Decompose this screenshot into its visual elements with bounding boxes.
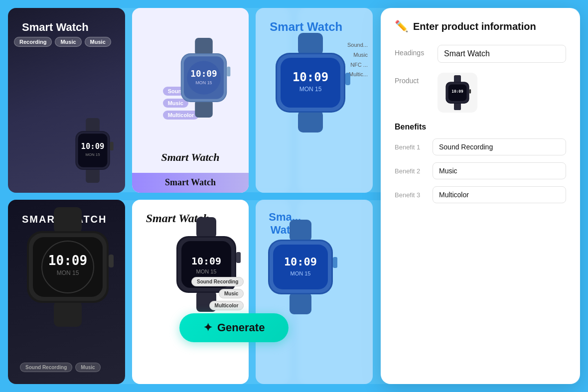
svg-rect-43: [290, 292, 311, 314]
svg-rect-25: [54, 207, 82, 233]
product-card-1[interactable]: Smart Watch Recording Music Music: [8, 8, 125, 193]
panel-title: Enter product information: [413, 21, 536, 32]
benefit-row-2: Benefit 2: [395, 162, 566, 179]
watch-image-2: 10:09 MON 15: [169, 38, 239, 118]
card-1-tags: Recording Music Music: [8, 33, 117, 51]
tag: Music: [55, 37, 81, 47]
tag: Music: [75, 363, 100, 372]
product-thumbnail[interactable]: 10:09: [438, 73, 477, 113]
svg-rect-24: [345, 73, 350, 85]
benefit-2-label: Benefit 2: [395, 167, 425, 175]
watch-image-1: 10:09 MON 15: [65, 118, 120, 183]
benefits-section: Benefits Benefit 1 Benefit 2 Benefit 3: [395, 123, 566, 203]
svg-rect-56: [469, 89, 471, 94]
watch-image-4: 10:09 MON 15: [15, 207, 120, 327]
watch-image-3: 10:09 MON 15: [266, 33, 355, 132]
benefit-row-1: Benefit 1: [395, 138, 566, 155]
svg-rect-42: [290, 220, 311, 242]
product-card-6[interactable]: Sma...Wat... 10:09 MON 15: [256, 200, 373, 385]
svg-rect-18: [298, 110, 323, 132]
svg-rect-9: [195, 100, 213, 118]
headings-label: Headings: [395, 45, 430, 57]
tag: Music: [219, 289, 244, 298]
svg-text:10:09: 10:09: [284, 256, 317, 268]
product-row: Product 10:09: [395, 73, 566, 113]
right-panel: ✏️ Enter product information Headings Pr…: [381, 8, 580, 384]
svg-rect-33: [109, 255, 114, 267]
svg-rect-1: [86, 167, 100, 182]
svg-text:10:09: 10:09: [81, 142, 104, 151]
card-5-tags: Sound Recording Music Multicolor: [191, 277, 244, 310]
svg-text:10:09: 10:09: [48, 253, 87, 268]
svg-text:MON 15: MON 15: [291, 270, 311, 276]
svg-rect-17: [298, 33, 323, 55]
product-card-2[interactable]: Sound Recording Music Multicolor: [132, 8, 249, 193]
product-card-4[interactable]: SMART WATCH 10:09 MON 15 Sound Recording…: [8, 200, 125, 385]
svg-rect-34: [196, 217, 216, 238]
card-2-banner: Smart Watch: [165, 177, 216, 188]
svg-rect-7: [110, 141, 113, 150]
product-card-3[interactable]: Smart Watch Sound... Music NFC ... Multi…: [256, 8, 373, 193]
card-2-title: Smart Watch: [155, 147, 225, 168]
tag: Multicolor: [209, 301, 244, 310]
benefit-3-label: Benefit 3: [395, 191, 425, 199]
svg-text:10:09: 10:09: [293, 70, 328, 84]
benefit-2-input[interactable]: [433, 162, 566, 179]
svg-text:MON 15: MON 15: [196, 80, 212, 85]
edit-icon: ✏️: [395, 20, 408, 33]
svg-rect-26: [54, 301, 82, 327]
svg-text:MON 15: MON 15: [196, 268, 217, 274]
tag: Recording: [14, 37, 52, 47]
headings-row: Headings: [395, 45, 566, 63]
svg-text:MON 15: MON 15: [85, 152, 100, 157]
card-4-tags: Sound Recording Music: [14, 359, 107, 376]
tag: Sound Recording: [191, 277, 244, 286]
tag: Sound Recording: [20, 363, 72, 372]
svg-rect-8: [195, 38, 213, 56]
watch-image-6: 10:09 MON 15: [261, 220, 340, 314]
benefits-title: Benefits: [395, 123, 566, 131]
main-content: Smart Watch Recording Music Music: [0, 0, 588, 392]
svg-rect-0: [86, 118, 100, 133]
svg-text:10:09: 10:09: [191, 69, 217, 79]
panel-header: ✏️ Enter product information: [395, 20, 566, 33]
svg-text:MON 15: MON 15: [56, 269, 79, 276]
generate-button[interactable]: ✦ Generate: [179, 313, 289, 342]
benefit-3-input[interactable]: [433, 186, 566, 203]
svg-text:10:09: 10:09: [451, 89, 463, 94]
svg-rect-16: [227, 67, 231, 77]
headings-input[interactable]: [438, 45, 566, 63]
generate-label: Generate: [217, 321, 265, 334]
benefit-1-input[interactable]: [433, 138, 566, 155]
svg-text:MON 15: MON 15: [299, 86, 322, 93]
svg-rect-41: [236, 252, 241, 263]
product-label: Product: [395, 73, 430, 85]
svg-text:10:09: 10:09: [191, 255, 221, 267]
benefit-1-label: Benefit 1: [395, 143, 425, 151]
product-card-5[interactable]: Smart Watch 10:09 MON 15 Sound Recording…: [132, 200, 249, 385]
tag: Music: [85, 37, 111, 47]
svg-rect-49: [333, 257, 337, 268]
generate-icon: ✦: [203, 321, 212, 334]
benefit-row-3: Benefit 3: [395, 186, 566, 203]
